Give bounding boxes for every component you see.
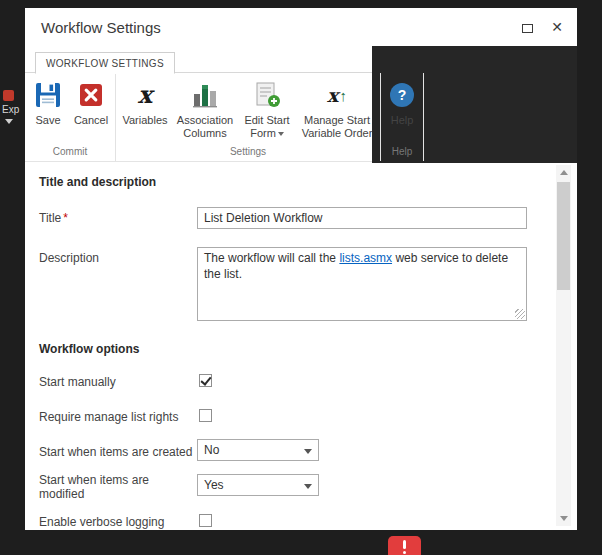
help-icon: ? [390,79,414,111]
start-when-created-value: No [204,443,219,457]
variables-button[interactable]: x Variables [119,77,171,127]
dialog-content: Title and description Title* Description… [25,163,577,530]
dialog-title: Workflow Settings [41,19,161,36]
manage-start-variable-order-icon: x↑ [327,79,347,111]
chevron-down-icon [5,119,13,124]
group-label-help: Help [381,145,423,161]
cancel-icon [79,79,103,111]
association-columns-icon [191,79,219,111]
scroll-down-arrow[interactable] [556,511,571,526]
manage-start-variable-order-button[interactable]: x↑ Manage Start Variable Order [297,77,377,139]
select-caret-icon [304,484,312,489]
scroll-up-arrow[interactable] [556,165,571,180]
description-text-before: The workflow will call the [204,251,339,265]
tab-workflow-settings[interactable]: WORKFLOW SETTINGS [35,52,175,74]
notification-button[interactable] [388,536,421,555]
ribbon-group-settings: x Variables [116,73,381,161]
require-manage-list-rights-checkbox[interactable] [199,409,212,422]
edit-start-form-icon [253,79,281,111]
dialog-titlebar: Workflow Settings ✕ [25,8,577,46]
title-row: Title* [39,207,537,229]
group-label-commit: Commit [25,145,115,161]
background-partial-ribbon-button: Exp [0,90,24,124]
vertical-scrollbar[interactable] [556,165,571,526]
edit-start-form-button[interactable]: Edit Start Form [239,77,295,139]
variables-icon: x [138,79,152,111]
enable-verbose-logging-checkbox[interactable] [199,514,212,527]
variables-label: Variables [122,114,167,127]
description-textarea[interactable]: The workflow will call the lists.asmx we… [197,247,527,321]
cancel-label: Cancel [74,114,108,127]
cancel-button[interactable]: Cancel [70,77,112,127]
option-row: Require manage list rights [39,404,537,426]
ribbon-group-commit: Save Cancel Commit [25,73,116,161]
save-label: Save [35,114,60,127]
exclamation-icon [403,540,406,549]
section-workflow-options: Workflow options [39,342,537,356]
partial-button-label: Exp [0,104,24,115]
require-manage-list-rights-label: Require manage list rights [39,406,197,424]
save-icon [35,79,61,111]
description-row: Description The workflow will call the l… [39,247,537,321]
start-when-modified-value: Yes [204,478,224,492]
start-when-created-select[interactable]: No [197,439,319,461]
manage-start-variable-order-label: Manage Start Variable Order [300,114,374,139]
start-when-modified-select[interactable]: Yes [197,474,319,496]
edit-start-form-label: Edit Start Form [242,114,292,139]
title-label: Title* [39,207,197,225]
maximize-icon[interactable] [522,24,533,33]
lists-asmx-link[interactable]: lists.asmx [339,251,392,265]
start-manually-checkbox[interactable] [199,374,212,387]
dropdown-caret-icon [278,132,284,136]
help-button[interactable]: ? Help [384,77,420,127]
section-title-and-description: Title and description [39,175,537,189]
description-label: Description [39,247,197,265]
select-caret-icon [304,449,312,454]
association-columns-label: Association Columns [176,114,234,139]
option-row: Start when items are modified Yes [39,474,537,496]
save-button[interactable]: Save [28,77,68,127]
start-when-created-label: Start when items are created [39,441,197,459]
export-icon [3,90,14,101]
ribbon: WORKFLOW SETTINGS [25,46,372,162]
enable-verbose-logging-label: Enable verbose logging [39,511,197,529]
resize-handle[interactable] [515,309,525,319]
ribbon-tab-row: WORKFLOW SETTINGS [25,46,372,73]
close-icon[interactable]: ✕ [551,20,563,34]
required-asterisk: * [63,211,68,225]
workflow-settings-dialog: Workflow Settings ✕ WORKFLOW SETTINGS [25,8,577,530]
title-input[interactable] [197,207,527,229]
start-when-modified-label: Start when items are modified [39,469,197,501]
exclamation-dot [403,551,406,554]
start-manually-label: Start manually [39,371,197,389]
up-arrow-icon: ↑ [339,88,347,103]
option-row: Start when items are created No [39,439,537,461]
group-label-settings: Settings [116,145,380,161]
association-columns-button[interactable]: Association Columns [173,77,237,139]
option-row: Start manually [39,369,537,391]
scrollbar-thumb[interactable] [557,182,570,290]
help-label: Help [391,114,414,127]
ribbon-group-help: ? Help Help [381,73,424,161]
option-row: Enable verbose logging [39,509,537,530]
